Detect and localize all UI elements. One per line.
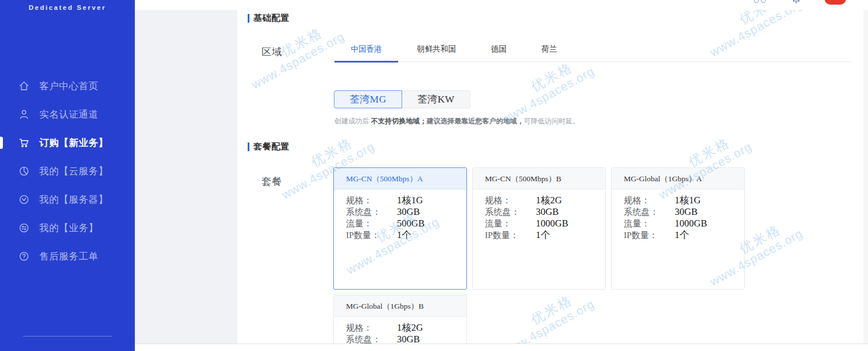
spec-label: 系统盘： xyxy=(346,334,397,343)
spec-row: 系统盘：30GB xyxy=(346,206,466,218)
vertical-scrollbar[interactable] xyxy=(863,10,868,343)
package-label: 套餐 xyxy=(262,175,282,188)
spec-row: 规格：1核1G xyxy=(624,195,744,206)
region-label: 区域 xyxy=(262,45,282,58)
sidebar-item-customer-center[interactable]: 客户中心首页 xyxy=(0,72,135,100)
sidebar-item-label: 订购【新业务】 xyxy=(39,137,108,149)
spec-row: 系统盘：30GB xyxy=(624,206,744,218)
spec-value: 1000GB xyxy=(536,218,568,229)
spec-row: 系统盘：30GB xyxy=(346,334,466,343)
circle-check-icon xyxy=(18,193,30,206)
sidebar-item-order-new-service[interactable]: 订购【新业务】 xyxy=(0,129,135,157)
tab-germany[interactable]: 德国 xyxy=(475,41,523,62)
note-mid: 建议选择最靠近您客户的地域， xyxy=(426,117,524,125)
spec-row: 流量：1000GB xyxy=(624,218,744,229)
tab-north-korea[interactable]: 朝鲜共和国 xyxy=(400,41,472,62)
spec-row: IP数量：1个 xyxy=(346,229,466,241)
spec-label: IP数量： xyxy=(624,229,675,241)
package-card-mg-cn-a[interactable]: MG-CN（500Mbps）A 规格：1核1G 系统盘：30GB 流量：500G… xyxy=(333,167,467,290)
sidebar-item-my-servers[interactable]: 我的【服务器】 xyxy=(0,185,135,214)
zone-button-tsuenwan-kw[interactable]: 荃湾KW xyxy=(402,90,470,108)
watermark: 优米格www.4spaces.org xyxy=(492,51,597,127)
package-card-list: MG-CN（500Mbps）A 规格：1核1G 系统盘：30GB 流量：500G… xyxy=(333,167,751,343)
sidebar-item-label: 客户中心首页 xyxy=(39,80,98,93)
spec-row: IP数量：1个 xyxy=(624,229,744,241)
sidebar: NET Dedicated Server 客户中心首页 实名认证通道 订购【新业… xyxy=(0,0,135,351)
package-card-title: MG-CN（500Mbps）A xyxy=(334,168,466,189)
sidebar-item-my-business[interactable]: 我的【业务】 xyxy=(0,214,135,242)
spec-value: 500GB xyxy=(397,218,425,229)
user-icon xyxy=(18,108,30,120)
spec-label: 系统盘： xyxy=(624,206,675,218)
spec-value: 30GB xyxy=(397,334,420,343)
topbar xyxy=(135,0,868,10)
spec-label: 流量： xyxy=(485,218,536,229)
zone-note: 创建成功后 不支持切换地域；建议选择最靠近您客户的地域，可降低访问时延。 xyxy=(334,116,579,126)
note-prefix: 创建成功后 xyxy=(334,117,371,125)
horizontal-scrollbar-area[interactable] xyxy=(135,343,868,351)
package-card-title: MG-CN（500Mbps）B xyxy=(473,168,605,189)
zone-button-tsuenwan-mg[interactable]: 荃湾MG xyxy=(334,90,402,108)
tab-hongkong[interactable]: 中国香港 xyxy=(334,41,398,62)
spec-label: 规格： xyxy=(624,195,675,206)
logout-button[interactable] xyxy=(825,0,846,5)
package-card-title: MG-Global（1Gbps）B xyxy=(334,295,466,317)
brand-logo-big-text: NET xyxy=(0,0,135,4)
spec-value: 1个 xyxy=(675,229,689,240)
brand-logo: NET Dedicated Server xyxy=(0,0,135,16)
spec-row: 规格：1核1G xyxy=(346,195,466,206)
zone-button-group: 荃湾MG 荃湾KW xyxy=(334,90,470,108)
spec-row: 规格：1核2G xyxy=(485,195,605,206)
package-card-mg-global-a[interactable]: MG-Global（1Gbps）A 规格：1核1G 系统盘：30GB 流量：10… xyxy=(611,167,745,290)
spec-value: 1核2G xyxy=(536,195,562,206)
spec-label: 系统盘： xyxy=(346,206,397,218)
spec-row: 规格：1核2G xyxy=(346,322,466,334)
bell-icon[interactable] xyxy=(791,0,801,5)
package-card-mg-cn-b[interactable]: MG-CN（500Mbps）B 规格：1核2G 系统盘：30GB 流量：1000… xyxy=(472,167,606,290)
sidebar-item-label: 售后服务工单 xyxy=(39,250,98,263)
service-icon[interactable] xyxy=(754,0,766,3)
sidebar-item-label: 我的【服务器】 xyxy=(39,193,108,206)
section-title: 基础配置 xyxy=(253,13,289,24)
pie-chart-icon xyxy=(18,165,30,177)
spec-label: 流量： xyxy=(624,218,675,229)
home-icon xyxy=(18,80,30,92)
spec-row: 系统盘：30GB xyxy=(485,206,605,218)
spec-label: 规格： xyxy=(346,322,397,334)
note-suffix: 可降低访问时延。 xyxy=(524,117,579,125)
transfer-icon xyxy=(18,222,30,234)
spec-row: IP数量：1个 xyxy=(485,229,605,241)
sidebar-item-my-cloud-services[interactable]: 我的【云服务】 xyxy=(0,157,135,185)
spec-value: 30GB xyxy=(397,206,420,217)
spec-value: 1000GB xyxy=(675,218,707,229)
question-circle-icon xyxy=(18,250,30,262)
section-basic-config: 基础配置 xyxy=(248,13,289,24)
spec-label: 系统盘： xyxy=(485,206,536,218)
package-card-title: MG-Global（1Gbps）A xyxy=(612,168,744,189)
sidebar-item-aftersales-ticket[interactable]: 售后服务工单 xyxy=(0,242,135,270)
watermark: 优米格www.4spaces.org xyxy=(242,16,347,92)
active-indicator xyxy=(0,137,3,149)
spec-value: 1核1G xyxy=(397,195,423,206)
content-panel: 基础配置 区域 中国香港 朝鲜共和国 德国 荷兰 荃湾MG 荃湾KW 创建成功后… xyxy=(237,10,863,343)
section-accent-bar xyxy=(248,14,249,23)
tab-netherlands[interactable]: 荷兰 xyxy=(525,41,573,62)
sidebar-item-label: 我的【云服务】 xyxy=(39,165,108,178)
spec-row: 流量：1000GB xyxy=(485,218,605,229)
sidebar-divider xyxy=(23,336,112,337)
cart-icon xyxy=(18,137,30,149)
sidebar-item-realname-verify[interactable]: 实名认证通道 xyxy=(0,100,135,129)
spec-label: IP数量： xyxy=(485,229,536,241)
package-card-mg-global-b[interactable]: MG-Global（1Gbps）B 规格：1核2G 系统盘：30GB xyxy=(333,295,467,343)
sidebar-item-label: 实名认证通道 xyxy=(39,108,98,121)
region-tabs: 中国香港 朝鲜共和国 德国 荷兰 xyxy=(334,41,851,62)
spec-value: 1核1G xyxy=(675,195,701,206)
spec-label: 流量： xyxy=(346,218,397,229)
sidebar-item-label: 我的【业务】 xyxy=(39,222,98,235)
spec-label: 规格： xyxy=(346,195,397,206)
section-accent-bar xyxy=(248,142,249,151)
section-package-config: 套餐配置 xyxy=(248,141,289,152)
section-title: 套餐配置 xyxy=(253,141,289,152)
spec-label: 规格： xyxy=(485,195,536,206)
spec-value: 30GB xyxy=(675,206,697,217)
